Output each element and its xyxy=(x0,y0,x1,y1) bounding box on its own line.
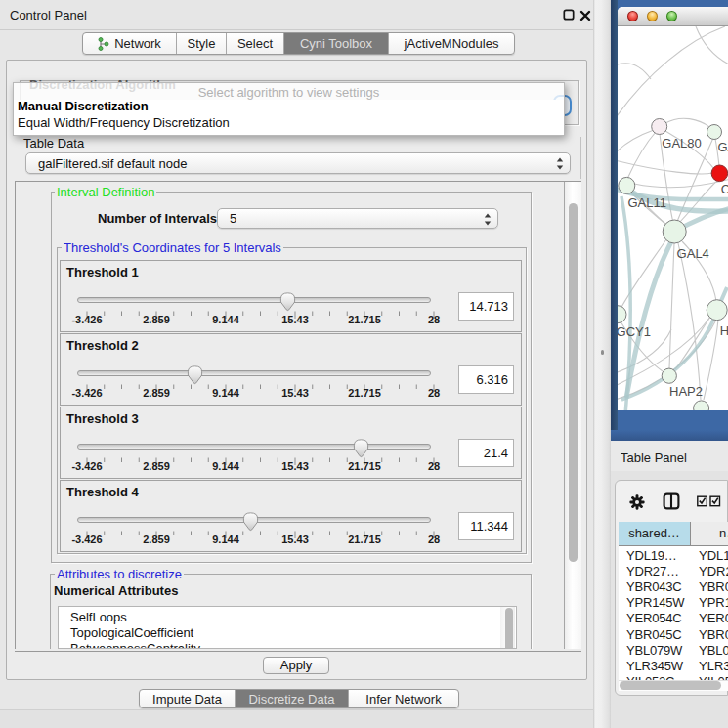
svg-text:HAP2: HAP2 xyxy=(669,384,703,399)
svg-text:GAL80: GAL80 xyxy=(662,136,701,150)
svg-text:GAL3: GAL3 xyxy=(718,140,728,154)
svg-text:GAL4: GAL4 xyxy=(677,246,709,261)
svg-text:HIS4: HIS4 xyxy=(720,323,728,338)
svg-text:CDC19: CDC19 xyxy=(721,182,728,196)
svg-text:GAL11: GAL11 xyxy=(627,195,666,210)
svg-text:GCY1: GCY1 xyxy=(618,324,651,339)
